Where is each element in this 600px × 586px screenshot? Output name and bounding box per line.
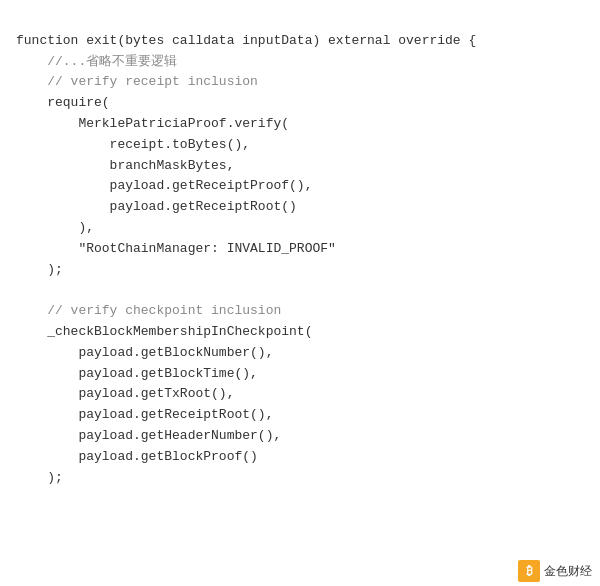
- code-line: receipt.toBytes(),: [16, 135, 584, 156]
- watermark: ₿ 金色财经: [518, 560, 592, 582]
- code-line: );: [16, 468, 584, 489]
- code-line: "RootChainManager: INVALID_PROOF": [16, 239, 584, 260]
- code-line: // verify receipt inclusion: [16, 72, 584, 93]
- code-line: payload.getBlockProof(): [16, 447, 584, 468]
- code-line: payload.getReceiptProof(),: [16, 176, 584, 197]
- code-line: ),: [16, 218, 584, 239]
- code-line: require(: [16, 93, 584, 114]
- code-line: payload.getTxRoot(),: [16, 384, 584, 405]
- code-block: function exit(bytes calldata inputData) …: [0, 0, 600, 498]
- watermark-icon: ₿: [518, 560, 540, 582]
- code-line: payload.getReceiptRoot(),: [16, 405, 584, 426]
- code-line: payload.getReceiptRoot(): [16, 197, 584, 218]
- code-line: payload.getBlockTime(),: [16, 364, 584, 385]
- code-line: function exit(bytes calldata inputData) …: [16, 31, 584, 52]
- code-line: payload.getBlockNumber(),: [16, 343, 584, 364]
- watermark-text: 金色财经: [544, 563, 592, 580]
- code-line: branchMaskBytes,: [16, 156, 584, 177]
- code-line: payload.getHeaderNumber(),: [16, 426, 584, 447]
- code-line: // verify checkpoint inclusion: [16, 301, 584, 322]
- code-line: [16, 280, 584, 301]
- code-line: MerklePatriciaProof.verify(: [16, 114, 584, 135]
- code-line: _checkBlockMembershipInCheckpoint(: [16, 322, 584, 343]
- code-line: );: [16, 260, 584, 281]
- code-line: //...省略不重要逻辑: [16, 52, 584, 73]
